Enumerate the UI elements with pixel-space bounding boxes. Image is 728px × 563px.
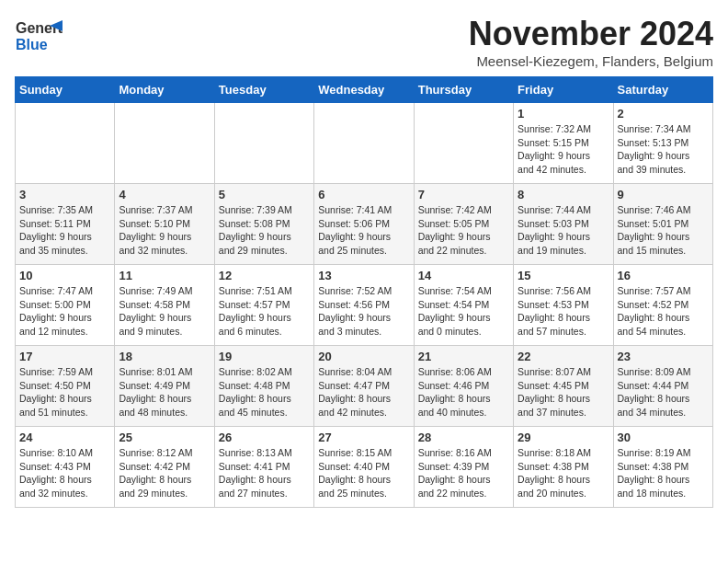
calendar-cell: 19Sunrise: 8:02 AM Sunset: 4:48 PM Dayli… [214,346,313,427]
calendar-cell: 6Sunrise: 7:41 AM Sunset: 5:06 PM Daylig… [314,184,414,265]
day-number: 2 [618,107,709,121]
day-number: 17 [19,350,110,363]
day-info: Sunrise: 8:07 AM Sunset: 4:45 PM Dayligh… [518,365,609,419]
day-number: 20 [318,350,409,363]
day-info: Sunrise: 8:13 AM Sunset: 4:41 PM Dayligh… [219,446,310,500]
day-number: 22 [518,350,609,363]
calendar-cell: 5Sunrise: 7:39 AM Sunset: 5:08 PM Daylig… [214,184,313,265]
day-number: 11 [119,269,210,282]
day-info: Sunrise: 7:37 AM Sunset: 5:10 PM Dayligh… [119,203,210,258]
day-info: Sunrise: 7:46 AM Sunset: 5:01 PM Dayligh… [618,203,709,258]
day-number: 25 [119,431,210,444]
calendar-cell: 30Sunrise: 8:19 AM Sunset: 4:38 PM Dayli… [613,427,712,508]
day-info: Sunrise: 7:35 AM Sunset: 5:11 PM Dayligh… [19,203,110,258]
day-number: 14 [418,269,509,282]
day-info: Sunrise: 7:54 AM Sunset: 4:54 PM Dayligh… [418,284,509,339]
day-number: 16 [618,269,709,282]
day-number: 18 [119,350,210,363]
calendar-cell: 2Sunrise: 7:34 AM Sunset: 5:13 PM Daylig… [613,103,712,184]
day-header-friday: Friday [514,77,613,103]
calendar-cell: 15Sunrise: 7:56 AM Sunset: 4:53 PM Dayli… [514,265,613,346]
day-header-sunday: Sunday [16,77,115,103]
day-info: Sunrise: 8:15 AM Sunset: 4:40 PM Dayligh… [318,446,409,500]
calendar-cell: 24Sunrise: 8:10 AM Sunset: 4:43 PM Dayli… [16,427,115,508]
day-info: Sunrise: 7:44 AM Sunset: 5:03 PM Dayligh… [518,203,609,258]
day-info: Sunrise: 7:49 AM Sunset: 4:58 PM Dayligh… [119,284,210,339]
calendar-cell: 10Sunrise: 7:47 AM Sunset: 5:00 PM Dayli… [16,265,115,346]
calendar-cell: 12Sunrise: 7:51 AM Sunset: 4:57 PM Dayli… [214,265,313,346]
day-number: 1 [518,107,609,121]
day-info: Sunrise: 8:16 AM Sunset: 4:39 PM Dayligh… [418,446,509,500]
day-info: Sunrise: 7:59 AM Sunset: 4:50 PM Dayligh… [19,365,110,419]
calendar-cell: 14Sunrise: 7:54 AM Sunset: 4:54 PM Dayli… [414,265,513,346]
day-info: Sunrise: 8:19 AM Sunset: 4:38 PM Dayligh… [618,446,709,500]
title-block: November 2024 Meensel-Kiezegem, Flanders… [469,15,713,69]
calendar-cell [115,103,214,184]
day-header-saturday: Saturday [613,77,712,103]
day-number: 10 [19,269,110,282]
calendar-cell: 7Sunrise: 7:42 AM Sunset: 5:05 PM Daylig… [414,184,513,265]
day-number: 27 [318,431,409,444]
calendar-cell: 29Sunrise: 8:18 AM Sunset: 4:38 PM Dayli… [514,427,613,508]
day-info: Sunrise: 8:06 AM Sunset: 4:46 PM Dayligh… [418,365,509,419]
calendar-cell: 18Sunrise: 8:01 AM Sunset: 4:49 PM Dayli… [115,346,214,427]
day-info: Sunrise: 8:01 AM Sunset: 4:49 PM Dayligh… [119,365,210,419]
day-number: 15 [518,269,609,282]
day-info: Sunrise: 7:47 AM Sunset: 5:00 PM Dayligh… [19,284,110,339]
day-header-monday: Monday [115,77,214,103]
day-info: Sunrise: 7:51 AM Sunset: 4:57 PM Dayligh… [219,284,310,339]
day-number: 4 [119,188,210,201]
calendar-cell: 13Sunrise: 7:52 AM Sunset: 4:56 PM Dayli… [314,265,414,346]
day-info: Sunrise: 7:34 AM Sunset: 5:13 PM Dayligh… [618,122,709,177]
day-header-thursday: Thursday [414,77,513,103]
day-info: Sunrise: 7:57 AM Sunset: 4:52 PM Dayligh… [618,284,709,339]
calendar-cell: 23Sunrise: 8:09 AM Sunset: 4:44 PM Dayli… [613,346,712,427]
day-number: 30 [618,431,709,444]
day-header-tuesday: Tuesday [214,77,313,103]
day-number: 13 [318,269,409,282]
day-number: 8 [518,188,609,201]
day-info: Sunrise: 8:04 AM Sunset: 4:47 PM Dayligh… [318,365,409,419]
day-number: 29 [518,431,609,444]
day-info: Sunrise: 7:41 AM Sunset: 5:06 PM Dayligh… [318,203,409,258]
page-header: General Blue November 2024 Meensel-Kieze… [15,15,713,69]
calendar-cell: 4Sunrise: 7:37 AM Sunset: 5:10 PM Daylig… [115,184,214,265]
calendar-table: SundayMondayTuesdayWednesdayThursdayFrid… [15,76,713,508]
day-header-wednesday: Wednesday [314,77,414,103]
day-number: 24 [19,431,110,444]
calendar-cell: 20Sunrise: 8:04 AM Sunset: 4:47 PM Dayli… [314,346,414,427]
day-number: 26 [219,431,310,444]
day-info: Sunrise: 8:12 AM Sunset: 4:42 PM Dayligh… [119,446,210,500]
calendar-cell: 1Sunrise: 7:32 AM Sunset: 5:15 PM Daylig… [514,103,613,184]
day-info: Sunrise: 8:09 AM Sunset: 4:44 PM Dayligh… [618,365,709,419]
day-number: 28 [418,431,509,444]
svg-text:Blue: Blue [16,37,48,52]
logo-icon: General Blue [15,15,63,55]
day-info: Sunrise: 7:56 AM Sunset: 4:53 PM Dayligh… [518,284,609,339]
calendar-cell [414,103,513,184]
day-info: Sunrise: 8:02 AM Sunset: 4:48 PM Dayligh… [219,365,310,419]
day-info: Sunrise: 8:18 AM Sunset: 4:38 PM Dayligh… [518,446,609,500]
day-info: Sunrise: 7:32 AM Sunset: 5:15 PM Dayligh… [518,122,609,177]
month-title: November 2024 [469,15,713,53]
calendar-cell: 21Sunrise: 8:06 AM Sunset: 4:46 PM Dayli… [414,346,513,427]
day-number: 6 [318,188,409,201]
day-number: 23 [618,350,709,363]
day-info: Sunrise: 7:39 AM Sunset: 5:08 PM Dayligh… [219,203,310,258]
calendar-cell: 8Sunrise: 7:44 AM Sunset: 5:03 PM Daylig… [514,184,613,265]
day-number: 7 [418,188,509,201]
calendar-cell: 28Sunrise: 8:16 AM Sunset: 4:39 PM Dayli… [414,427,513,508]
calendar-cell [16,103,115,184]
day-number: 3 [19,188,110,201]
day-number: 21 [418,350,509,363]
calendar-cell: 16Sunrise: 7:57 AM Sunset: 4:52 PM Dayli… [613,265,712,346]
calendar-cell [214,103,313,184]
logo: General Blue [15,15,63,55]
calendar-cell: 17Sunrise: 7:59 AM Sunset: 4:50 PM Dayli… [16,346,115,427]
day-info: Sunrise: 7:52 AM Sunset: 4:56 PM Dayligh… [318,284,409,339]
calendar-cell [314,103,414,184]
day-number: 9 [618,188,709,201]
day-number: 5 [219,188,310,201]
calendar-cell: 9Sunrise: 7:46 AM Sunset: 5:01 PM Daylig… [613,184,712,265]
location-title: Meensel-Kiezegem, Flanders, Belgium [469,53,713,69]
